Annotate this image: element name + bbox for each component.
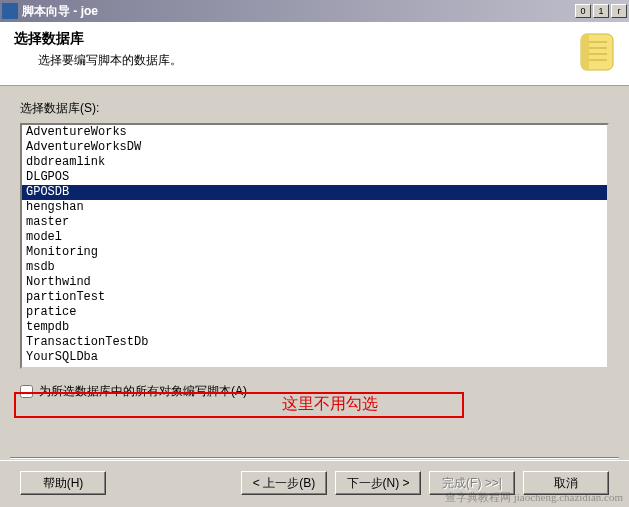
content-area: 选择数据库(S): AdventureWorksAdventureWorksDW…: [0, 86, 629, 408]
annotation-text: 这里不用勾选: [282, 394, 378, 415]
list-item[interactable]: GPOSDB: [22, 185, 607, 200]
listbox-label: 选择数据库(S):: [20, 100, 609, 117]
list-item[interactable]: pratice: [22, 305, 607, 320]
minimize-button[interactable]: 0: [575, 4, 591, 18]
page-title: 选择数据库: [14, 30, 615, 48]
list-item[interactable]: dbdreamlink: [22, 155, 607, 170]
maximize-button[interactable]: 1: [593, 4, 609, 18]
app-icon: [2, 3, 18, 19]
list-item[interactable]: msdb: [22, 260, 607, 275]
watermark: 查字典教程网 jiaocheng.chazidian.com: [445, 490, 623, 505]
list-item[interactable]: AdventureWorksDW: [22, 140, 607, 155]
wizard-header: 选择数据库 选择要编写脚本的数据库。: [0, 22, 629, 86]
list-item[interactable]: master: [22, 215, 607, 230]
list-item[interactable]: YourSQLDba: [22, 350, 607, 365]
close-button[interactable]: r: [611, 4, 627, 18]
list-item[interactable]: model: [22, 230, 607, 245]
list-item[interactable]: DLGPOS: [22, 170, 607, 185]
database-listbox[interactable]: AdventureWorksAdventureWorksDWdbdreamlin…: [20, 123, 609, 369]
script-all-label[interactable]: 为所选数据库中的所有对象编写脚本(A): [39, 383, 247, 400]
scroll-icon: [573, 28, 621, 76]
list-item[interactable]: hengshan: [22, 200, 607, 215]
window-controls: 0 1 r: [575, 4, 627, 18]
page-subtitle: 选择要编写脚本的数据库。: [38, 52, 615, 69]
script-all-checkbox[interactable]: [20, 385, 33, 398]
list-item[interactable]: Monitoring: [22, 245, 607, 260]
help-button[interactable]: 帮助(H): [20, 471, 106, 495]
window-title: 脚本向导 - joe: [22, 3, 575, 20]
next-button[interactable]: 下一步(N) >: [335, 471, 421, 495]
list-item[interactable]: partionTest: [22, 290, 607, 305]
list-item[interactable]: tempdb: [22, 320, 607, 335]
back-button[interactable]: < 上一步(B): [241, 471, 327, 495]
divider: [10, 457, 619, 459]
list-item[interactable]: TransactionTestDb: [22, 335, 607, 350]
list-item[interactable]: Northwind: [22, 275, 607, 290]
list-item[interactable]: AdventureWorks: [22, 125, 607, 140]
titlebar: 脚本向导 - joe 0 1 r: [0, 0, 629, 22]
